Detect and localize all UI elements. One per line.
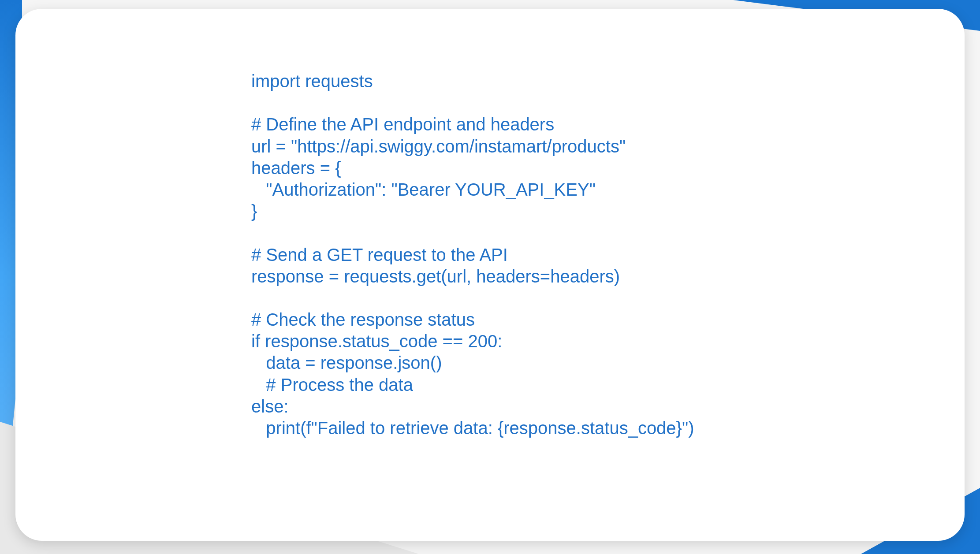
code-line: "Authorization": "Bearer YOUR_API_KEY" (251, 180, 596, 199)
code-line: response = requests.get(url, headers=hea… (251, 267, 620, 286)
code-line: url = "https://api.swiggy.com/instamart/… (251, 137, 626, 156)
code-line: # Process the data (251, 375, 413, 394)
code-line: if response.status_code == 200: (251, 331, 502, 351)
code-line: # Send a GET request to the API (251, 245, 508, 264)
code-snippet: import requests # Define the API endpoin… (251, 71, 727, 439)
code-line: headers = { (251, 158, 341, 178)
code-card: import requests # Define the API endpoin… (15, 9, 965, 541)
code-line: else: (251, 397, 289, 416)
code-line: # Check the response status (251, 310, 475, 329)
code-line: data = response.json() (251, 353, 442, 372)
code-line: } (251, 201, 257, 221)
code-line: print(f"Failed to retrieve data: {respon… (251, 418, 694, 438)
code-line: import requests (251, 71, 373, 91)
code-line: # Define the API endpoint and headers (251, 115, 554, 134)
